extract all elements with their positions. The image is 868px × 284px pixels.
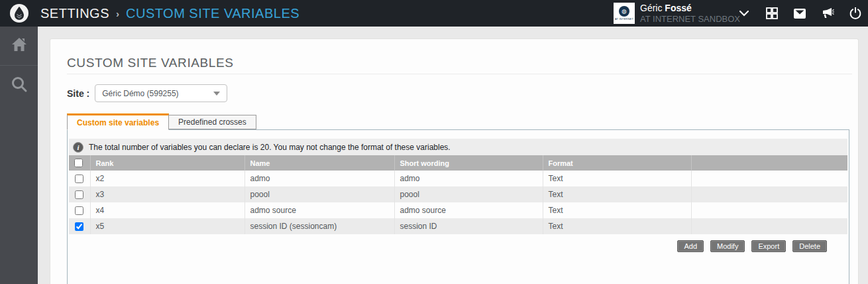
at-internet-logo-icon [10,4,28,23]
cell-short-wording: admo [394,171,543,186]
table-row: x5session ID (sessioncam)session IDText [69,218,847,234]
cell-checkbox [69,218,90,234]
site-select[interactable]: Géric Démo (599255) [95,84,227,102]
cell-rank: x2 [90,171,244,186]
page-title: CUSTOM SITE VARIABLES [67,56,234,70]
cell-name: poool [244,186,394,202]
row-checkbox[interactable] [75,206,83,215]
cell-name: admo source [244,202,394,218]
breadcrumb: SETTINGS › CUSTOM SITE VARIABLES [40,6,299,21]
variables-table-body: x2admoadmoTextx3pooolpooolTextx4admo sou… [69,171,847,234]
column-header-empty [691,155,847,171]
content-card: CUSTOM SITE VARIABLES Site : Géric Démo … [50,38,859,284]
cell-checkbox [69,186,90,202]
cell-empty [691,171,847,186]
avatar: ◍ AT INTERNET [614,3,635,24]
variables-table: Rank Name Short wording Format x2admoadm… [69,155,847,234]
power-icon[interactable] [848,6,863,21]
delete-button[interactable]: Delete [792,240,827,252]
user-name: Géric Fossé [640,3,740,14]
table-row: x4admo sourceadmo sourceText [69,202,847,218]
cell-format: Text [543,171,691,186]
top-header: SETTINGS › CUSTOM SITE VARIABLES ◍ AT IN… [0,0,868,27]
action-buttons: AddModifyExportDelete [69,240,847,252]
cell-format: Text [543,202,691,218]
table-row: x3pooolpooolText [69,186,847,202]
cell-checkbox [69,171,90,186]
breadcrumb-section[interactable]: SETTINGS [40,6,109,21]
inbox-icon[interactable] [792,6,807,21]
column-header-name: Name [244,155,394,171]
cell-name: admo [244,171,394,186]
chevron-down-icon [213,92,220,96]
cell-rank: x4 [90,202,244,218]
user-menu-chevron-icon[interactable] [737,6,751,21]
cell-empty [691,218,847,234]
column-header-short-wording: Short wording [394,155,543,171]
info-bar: i The total number of variables you can … [69,139,847,155]
row-checkbox[interactable] [75,222,83,231]
row-checkbox[interactable] [75,175,83,183]
user-account: AT INTERNET SANDBOX [640,14,740,24]
cell-short-wording: session ID [394,218,543,234]
avatar-label: AT INTERNET [615,17,633,21]
top-icons [737,0,863,27]
user-block[interactable]: ◍ AT INTERNET Géric Fossé AT INTERNET SA… [614,3,740,24]
cell-name: session ID (sessioncam) [244,218,394,234]
cell-format: Text [543,218,691,234]
column-header-rank: Rank [90,155,244,171]
info-message: The total number of variables you can de… [89,143,451,152]
table-header-row: Rank Name Short wording Format [69,155,847,171]
cell-rank: x5 [90,218,244,234]
site-select-value: Géric Démo (599255) [102,89,213,98]
search-icon [11,76,28,96]
avatar-drop-icon: ◍ [619,6,629,17]
tab-custom-site-variables[interactable]: Custom site variables [67,113,169,130]
home-icon [11,36,28,55]
column-header-format: Format [543,155,691,171]
sidebar-item-home[interactable] [0,27,38,66]
cell-empty [691,186,847,202]
sidebar [0,27,38,284]
cell-short-wording: poool [394,186,543,202]
apps-grid-icon[interactable] [765,6,779,21]
announcements-icon[interactable] [820,6,835,21]
tab-panel: i The total number of variables you can … [67,129,849,284]
cell-rank: x3 [90,186,244,202]
cell-empty [691,202,847,218]
cell-format: Text [543,186,691,202]
tab-predefined-crosses[interactable]: Predefined crosses [169,115,256,129]
table-row: x2admoadmoText [69,171,847,186]
row-checkbox[interactable] [75,190,83,199]
export-button[interactable]: Export [751,240,786,252]
site-selector-row: Site : Géric Démo (599255) [67,84,227,102]
info-icon: i [73,142,83,153]
site-label: Site : [67,88,89,99]
cell-checkbox [69,202,90,218]
sidebar-item-search[interactable] [0,66,38,105]
add-button[interactable]: Add [677,240,704,252]
select-all-header [69,155,90,171]
app-logo[interactable] [0,4,38,23]
modify-button[interactable]: Modify [710,240,745,252]
select-all-checkbox[interactable] [74,159,83,167]
breadcrumb-separator: › [116,8,119,19]
title-divider [67,74,852,74]
tabs: Custom site variables Predefined crosses [67,113,256,129]
breadcrumb-page: CUSTOM SITE VARIABLES [126,6,299,21]
cell-short-wording: admo source [394,202,543,218]
